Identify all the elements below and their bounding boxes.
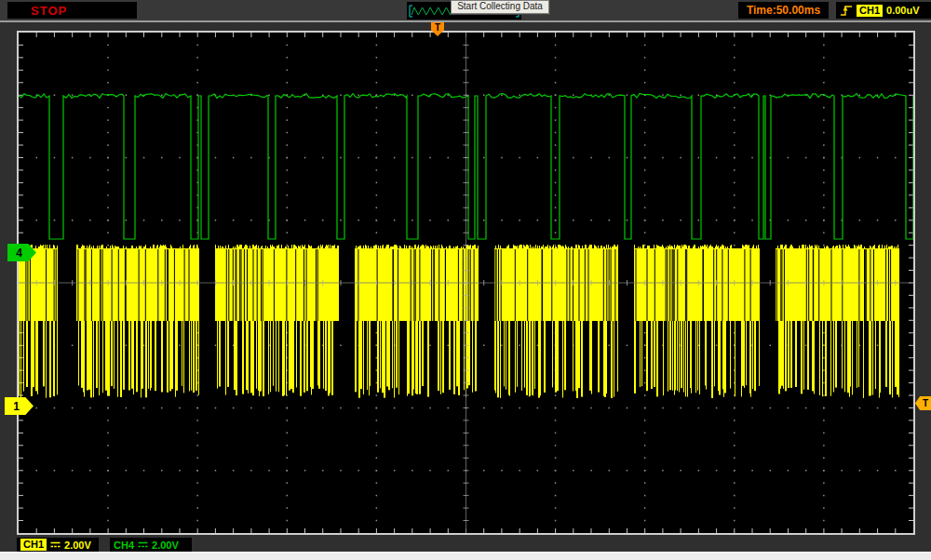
scope-display: [17, 31, 915, 535]
rising-edge-trigger-icon: [840, 3, 853, 18]
trigger-level-marker[interactable]: T: [915, 396, 931, 410]
dc-coupling-icon: [50, 540, 61, 549]
window-bottom-strip: [0, 552, 931, 560]
tooltip: Start Collecting Data: [451, 0, 549, 14]
ch1-readout-panel[interactable]: CH1 2.00V: [17, 538, 99, 552]
ch4-badge: CH4: [114, 540, 134, 551]
ch4-readout-panel[interactable]: CH4 2.00V: [110, 538, 192, 552]
trigger-level-readout: 0.00uV: [886, 5, 919, 16]
dc-coupling-icon: [138, 540, 148, 549]
ch4-scale-readout: 2.00V: [152, 540, 179, 551]
ch1-badge: CH1: [20, 539, 47, 551]
scope-screen: [19, 33, 913, 533]
oscilloscope-window: STOP Time:50.00ms CH1 0.00uV Start Colle…: [0, 0, 931, 560]
ch1-scale-readout: 2.00V: [64, 540, 91, 551]
trigger-source-badge: CH1: [857, 5, 883, 17]
timebase-readout: Time:50.00ms: [747, 4, 820, 17]
trigger-info-panel: CH1 0.00uV: [836, 2, 931, 19]
acquisition-status-label: STOP: [7, 4, 67, 18]
timebase-panel: Time:50.00ms: [738, 2, 829, 19]
ch1-trace: [19, 245, 899, 398]
acquisition-status-panel[interactable]: STOP: [7, 2, 137, 19]
